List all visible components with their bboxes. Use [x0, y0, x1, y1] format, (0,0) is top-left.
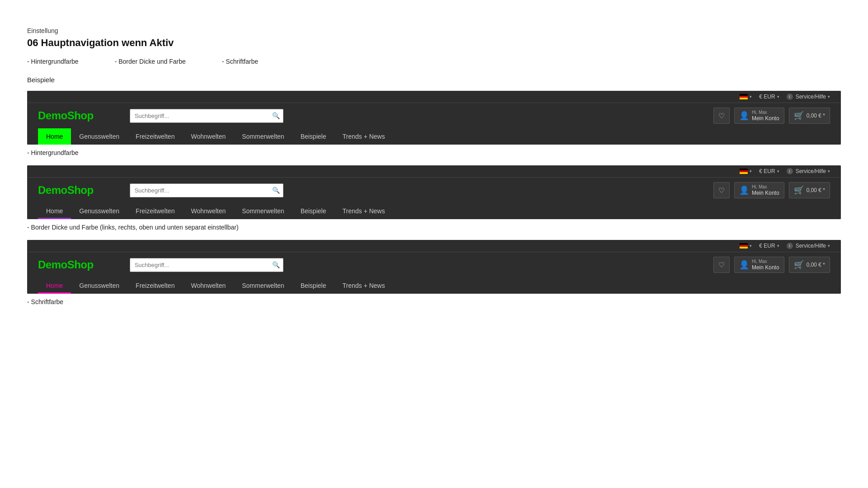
- search-input-2[interactable]: [130, 183, 283, 197]
- nav-demo-1: ▾ € EUR ▾ i Service/Hilfe ▾ DemoShop 🔍 ♡…: [27, 91, 841, 145]
- language-selector-3[interactable]: ▾: [740, 243, 752, 249]
- nav-item-sommer-2[interactable]: Sommerwelten: [234, 203, 292, 219]
- search-button-3[interactable]: 🔍: [272, 261, 280, 268]
- cart-icon-2: 🛒: [794, 185, 804, 195]
- nav-item-freizeit-2[interactable]: Freizeitwelten: [127, 203, 183, 219]
- search-box-2: 🔍: [130, 183, 283, 197]
- language-selector-2[interactable]: ▾: [740, 169, 752, 174]
- account-icon-3: 👤: [739, 260, 749, 270]
- wishlist-button-3[interactable]: ♡: [713, 257, 730, 273]
- service-selector-1[interactable]: i Service/Hilfe ▾: [787, 94, 830, 100]
- search-box-3: 🔍: [130, 258, 283, 272]
- cart-button-2[interactable]: 🛒 0,00 € *: [789, 182, 830, 198]
- nav-menu-3: Home Genusswelten Freizeitwelten Wohnwel…: [27, 277, 841, 294]
- account-button-1[interactable]: 👤 Hi, Max Mein Konto: [734, 108, 784, 124]
- nav-item-sommer-1[interactable]: Sommerwelten: [234, 128, 292, 145]
- nav-item-genuss-1[interactable]: Genusswelten: [71, 128, 127, 145]
- nav-item-trends-1[interactable]: Trends + News: [334, 128, 393, 145]
- nav-item-wohn-1[interactable]: Wohnwelten: [183, 128, 234, 145]
- nav-item-freizeit-3[interactable]: Freizeitwelten: [127, 277, 183, 294]
- nav-item-sommer-3[interactable]: Sommerwelten: [234, 277, 292, 294]
- info-icon-2: i: [787, 168, 793, 174]
- nav-item-beispiele-3[interactable]: Beispiele: [292, 277, 335, 294]
- flag-icon-3: [740, 243, 748, 249]
- search-box-1: 🔍: [130, 109, 283, 123]
- cart-button-3[interactable]: 🛒 0,00 € *: [789, 257, 830, 273]
- logo-2[interactable]: DemoShop: [38, 184, 94, 197]
- info-icon-3: i: [787, 243, 793, 249]
- search-input-3[interactable]: [130, 258, 283, 272]
- service-selector-2[interactable]: i Service/Hilfe ▾: [787, 168, 830, 174]
- currency-selector-2[interactable]: € EUR ▾: [759, 168, 779, 174]
- cart-icon-3: 🛒: [794, 260, 804, 270]
- nav-menu-1: Home Genusswelten Freizeitwelten Wohnwel…: [27, 128, 841, 145]
- nav-demo-2: ▾ € EUR ▾ i Service/Hilfe ▾ DemoShop 🔍 ♡…: [27, 165, 841, 219]
- nav-item-beispiele-2[interactable]: Beispiele: [292, 203, 335, 219]
- nav-item-home-2[interactable]: Home: [38, 203, 71, 219]
- language-selector-1[interactable]: ▾: [740, 94, 752, 99]
- logo-1[interactable]: DemoShop: [38, 109, 94, 122]
- main-title: 06 Hauptnavigation wenn Aktiv: [27, 37, 841, 49]
- flag-icon-2: [740, 169, 748, 174]
- nav-item-home-3[interactable]: Home: [38, 277, 71, 294]
- wishlist-button-1[interactable]: ♡: [713, 108, 730, 124]
- account-icon-1: 👤: [739, 111, 749, 121]
- account-button-2[interactable]: 👤 Hi, Max Mein Konto: [734, 182, 784, 198]
- nav-demo-3: ▾ € EUR ▾ i Service/Hilfe ▾ DemoShop 🔍 ♡…: [27, 240, 841, 294]
- desc-3: - Schriftfarbe: [27, 298, 841, 305]
- account-icon-2: 👤: [739, 185, 749, 195]
- desc-2: - Border Dicke und Farbe (links, rechts,…: [27, 224, 841, 231]
- nav-item-wohn-2[interactable]: Wohnwelten: [183, 203, 234, 219]
- search-button-2[interactable]: 🔍: [272, 187, 280, 194]
- nav-menu-2: Home Genusswelten Freizeitwelten Wohnwel…: [27, 203, 841, 219]
- logo-3[interactable]: DemoShop: [38, 258, 94, 271]
- nav-item-genuss-2[interactable]: Genusswelten: [71, 203, 127, 219]
- nav-item-wohn-3[interactable]: Wohnwelten: [183, 277, 234, 294]
- nav-item-genuss-3[interactable]: Genusswelten: [71, 277, 127, 294]
- prop-1: - Hintergrundfarbe: [27, 58, 79, 65]
- prop-3: - Schriftfarbe: [222, 58, 258, 65]
- flag-icon-1: [740, 94, 748, 99]
- info-icon-1: i: [787, 94, 793, 100]
- currency-selector-3[interactable]: € EUR ▾: [759, 243, 779, 249]
- prop-2: - Border Dicke und Farbe: [115, 58, 186, 65]
- desc-1: - Hintergrundfarbe: [27, 149, 841, 156]
- nav-item-freizeit-1[interactable]: Freizeitwelten: [127, 128, 183, 145]
- cart-button-1[interactable]: 🛒 0,00 € *: [789, 108, 830, 124]
- nav-item-beispiele-1[interactable]: Beispiele: [292, 128, 335, 145]
- setting-label: Einstellung: [27, 27, 841, 34]
- nav-item-trends-2[interactable]: Trends + News: [334, 203, 393, 219]
- cart-icon-1: 🛒: [794, 111, 804, 121]
- nav-item-trends-3[interactable]: Trends + News: [334, 277, 393, 294]
- account-button-3[interactable]: 👤 Hi, Max Mein Konto: [734, 257, 784, 273]
- search-input-1[interactable]: [130, 109, 283, 123]
- search-button-1[interactable]: 🔍: [272, 112, 280, 119]
- wishlist-button-2[interactable]: ♡: [713, 182, 730, 198]
- beispiele-label: Beispiele: [27, 76, 841, 84]
- currency-selector-1[interactable]: € EUR ▾: [759, 94, 779, 100]
- nav-item-home-1[interactable]: Home: [38, 128, 71, 145]
- service-selector-3[interactable]: i Service/Hilfe ▾: [787, 243, 830, 249]
